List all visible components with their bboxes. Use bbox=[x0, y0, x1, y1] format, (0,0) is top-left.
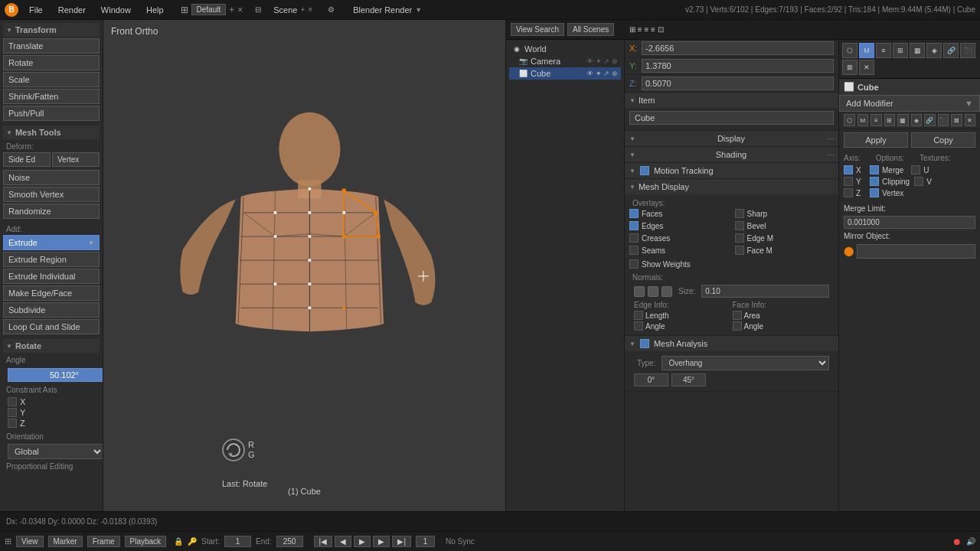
next-frame-btn[interactable]: ▶ bbox=[373, 536, 390, 547]
mod-icon-3[interactable]: ≡ bbox=[871, 114, 882, 126]
prev-frame-btn[interactable]: ◀ bbox=[335, 536, 351, 547]
range-max-input[interactable] bbox=[671, 373, 706, 386]
show-weights-cb[interactable] bbox=[629, 259, 639, 269]
normals-size-input[interactable] bbox=[701, 285, 829, 298]
menu-file[interactable]: File bbox=[24, 4, 47, 16]
mod-tab-3[interactable]: ≡ bbox=[876, 43, 891, 58]
orientation-dropdown[interactable]: Global bbox=[8, 444, 103, 459]
loop-cut-btn[interactable]: Loop Cut and Slide bbox=[3, 319, 100, 334]
creases-cb[interactable] bbox=[629, 233, 639, 243]
jump-start-btn[interactable]: |◀ bbox=[314, 536, 333, 547]
mod-icon-4[interactable]: ⊞ bbox=[884, 114, 896, 126]
mod-tab-10[interactable]: ✕ bbox=[859, 60, 874, 75]
start-frame-input[interactable] bbox=[224, 536, 251, 547]
view-search-btn[interactable]: View Search bbox=[511, 23, 564, 36]
viewport[interactable]: Front Ortho bbox=[103, 20, 505, 511]
menu-render[interactable]: Render bbox=[54, 4, 90, 16]
mod-tab-7[interactable]: 🔗 bbox=[943, 43, 959, 58]
display-header[interactable]: Display — bbox=[625, 131, 838, 146]
mod-tab-2[interactable]: M bbox=[859, 43, 874, 58]
jump-end-btn[interactable]: ▶| bbox=[392, 536, 411, 547]
timeline-view-btn[interactable]: View bbox=[16, 536, 44, 547]
mirror-obj-input[interactable] bbox=[857, 244, 975, 259]
vertex-btn[interactable]: Vertex bbox=[52, 152, 100, 167]
merge-cb[interactable] bbox=[870, 165, 879, 174]
v-cb[interactable] bbox=[914, 177, 923, 186]
end-frame-input[interactable] bbox=[276, 536, 303, 547]
shrink-fatten-btn[interactable]: Shrink/Fatten bbox=[3, 89, 100, 104]
mirror-x-cb[interactable] bbox=[844, 165, 853, 174]
mod-icon-2[interactable]: M bbox=[858, 114, 869, 126]
edge-angle-cb[interactable] bbox=[634, 321, 643, 331]
clipping-cb[interactable] bbox=[870, 177, 879, 186]
area-cb[interactable] bbox=[733, 311, 742, 320]
mesh-analysis-header[interactable]: Mesh Analysis bbox=[625, 336, 838, 351]
mod-icon-7[interactable]: 🔗 bbox=[924, 114, 936, 126]
item-name-input[interactable] bbox=[629, 111, 834, 125]
side-ed-btn[interactable]: Side Ed bbox=[3, 152, 51, 167]
axis-z-cb[interactable] bbox=[8, 419, 17, 428]
mesh-display-header[interactable]: Mesh Display bbox=[625, 179, 838, 194]
edge-m-cb[interactable] bbox=[735, 233, 744, 243]
timeline-frame-btn[interactable]: Frame bbox=[87, 536, 120, 547]
translate-btn[interactable]: Translate bbox=[3, 38, 100, 54]
copy-btn[interactable]: Copy bbox=[911, 132, 975, 148]
tree-item-camera[interactable]: 📷 Camera 👁 ✦ ↗ ⊕ bbox=[509, 55, 621, 67]
face-m-cb[interactable] bbox=[735, 246, 744, 255]
range-min-input[interactable] bbox=[634, 373, 668, 386]
smooth-vertex-btn[interactable]: Smooth Vertex bbox=[3, 187, 100, 202]
axis-x-cb[interactable] bbox=[8, 397, 17, 406]
sharp-cb[interactable] bbox=[735, 209, 744, 218]
vertex-cb[interactable] bbox=[870, 188, 879, 197]
menu-help[interactable]: Help bbox=[142, 4, 168, 16]
extrude-region-btn[interactable]: Extrude Region bbox=[3, 252, 100, 267]
analysis-type-dropdown[interactable]: Overhang bbox=[662, 356, 829, 370]
apply-btn[interactable]: Apply bbox=[844, 132, 908, 148]
u-cb[interactable] bbox=[911, 165, 920, 174]
mod-icon-6[interactable]: ◈ bbox=[911, 114, 923, 126]
axis-y-cb[interactable] bbox=[8, 408, 17, 417]
faces-cb[interactable] bbox=[629, 209, 639, 218]
edges-cb[interactable] bbox=[629, 221, 639, 230]
mod-tab-5[interactable]: ▦ bbox=[910, 43, 925, 58]
rotate-header[interactable]: Rotate bbox=[3, 339, 100, 353]
tree-item-cube[interactable]: ⬜ Cube 👁 ✦ ↗ ⊕ bbox=[509, 67, 621, 80]
motion-tracking-header[interactable]: Motion Tracking bbox=[625, 163, 838, 178]
push-pull-btn[interactable]: Push/Pull bbox=[3, 106, 100, 121]
transform-header[interactable]: Transform bbox=[3, 23, 100, 37]
mod-tab-9[interactable]: ⊠ bbox=[842, 60, 858, 75]
x-input[interactable] bbox=[642, 41, 834, 55]
timeline-marker-btn[interactable]: Marker bbox=[48, 536, 83, 547]
add-modifier-btn[interactable]: Add Modifier ▼ bbox=[839, 95, 980, 112]
extrude-individual-btn[interactable]: Extrude Individual bbox=[3, 269, 100, 284]
bevel-cb[interactable] bbox=[735, 221, 744, 230]
menu-window[interactable]: Window bbox=[96, 4, 136, 16]
randomize-btn[interactable]: Randomize bbox=[3, 204, 100, 219]
angle-input[interactable] bbox=[8, 368, 103, 382]
scale-btn[interactable]: Scale bbox=[3, 72, 100, 87]
mod-icon-8[interactable]: ⬛ bbox=[938, 114, 949, 126]
mod-tab-8[interactable]: ⬛ bbox=[960, 43, 975, 58]
mod-tab-4[interactable]: ⊞ bbox=[893, 43, 908, 58]
noise-btn[interactable]: Noise bbox=[3, 170, 100, 185]
shading-header[interactable]: Shading — bbox=[625, 147, 838, 162]
mod-icon-close[interactable]: ✕ bbox=[965, 114, 976, 126]
mesh-analysis-cb[interactable] bbox=[640, 339, 649, 348]
z-input[interactable] bbox=[642, 77, 834, 90]
tree-item-world[interactable]: ◉ World bbox=[509, 43, 621, 55]
merge-limit-input[interactable] bbox=[844, 216, 975, 229]
mirror-y-cb[interactable] bbox=[844, 177, 853, 186]
layout-button[interactable]: Default bbox=[191, 4, 227, 15]
extrude-btn[interactable]: Extrude ▼ bbox=[3, 235, 100, 250]
item-header[interactable]: Item bbox=[625, 93, 838, 108]
rotate-btn[interactable]: Rotate bbox=[3, 55, 100, 70]
motion-tracking-cb[interactable] bbox=[640, 166, 649, 175]
timeline-playback-btn[interactable]: Playback bbox=[125, 536, 167, 547]
play-btn[interactable]: ▶ bbox=[354, 536, 371, 547]
length-cb[interactable] bbox=[634, 311, 643, 320]
make-edge-face-btn[interactable]: Make Edge/Face bbox=[3, 285, 100, 301]
all-scenes-btn[interactable]: All Scenes bbox=[567, 23, 614, 36]
face-angle-cb[interactable] bbox=[733, 321, 742, 331]
mod-tab-6[interactable]: ◈ bbox=[926, 43, 942, 58]
y-input[interactable] bbox=[642, 59, 834, 73]
